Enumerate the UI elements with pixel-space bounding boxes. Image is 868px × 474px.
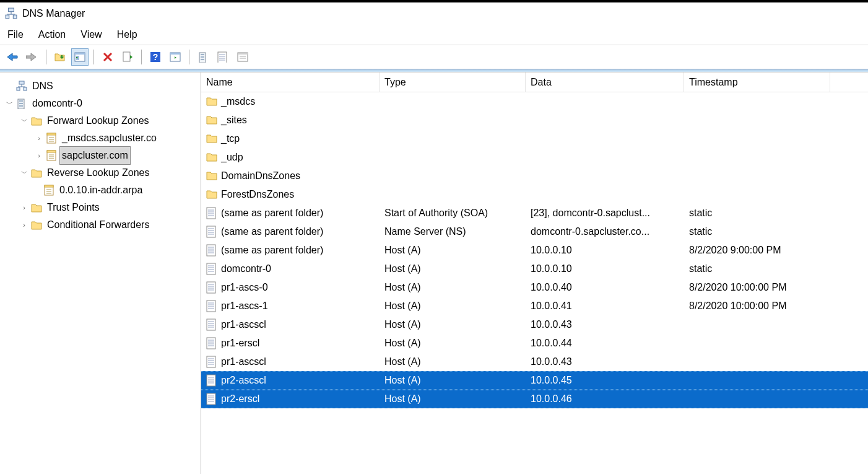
row-data: 10.0.0.44	[526, 338, 684, 349]
list-pane[interactable]: Name Type Data Timestamp _msdcs _sites	[201, 72, 868, 474]
folder-icon	[206, 170, 217, 182]
row-type: Host (A)	[380, 301, 526, 312]
row-name: pr1-ascs-1	[221, 301, 268, 312]
folder-row[interactable]: _msdcs	[201, 92, 868, 111]
row-name: _tcp	[221, 133, 240, 144]
column-header-data[interactable]: Data	[526, 72, 684, 92]
up-button[interactable]	[51, 48, 69, 66]
tree-tp-label: Trust Points	[45, 198, 102, 217]
folder-icon	[206, 133, 217, 145]
zone-icon	[46, 133, 57, 144]
row-data: 10.0.0.43	[526, 356, 684, 367]
menu-view[interactable]: View	[80, 29, 102, 40]
tree-flz[interactable]: ﹀ Forward Lookup Zones	[5, 112, 198, 129]
tree-zone-msdcs-label: _msdcs.sapcluster.co	[59, 129, 159, 147]
svg-rect-26	[170, 53, 180, 55]
tree-server[interactable]: ﹀ domcontr-0	[5, 95, 198, 112]
new-record-button[interactable]	[214, 48, 232, 66]
menu-bar: File Action View Help	[0, 25, 868, 45]
folder-icon	[206, 114, 217, 126]
record-row[interactable]: pr1-ascs-0 Host (A) 10.0.0.40 8/2/2020 1…	[201, 278, 868, 297]
record-row[interactable]: (same as parent folder) Start of Authori…	[201, 204, 868, 222]
record-row[interactable]: domcontr-0 Host (A) 10.0.0.10 static	[201, 260, 868, 278]
record-row[interactable]: pr1-erscl Host (A) 10.0.0.44	[201, 334, 868, 353]
menu-action[interactable]: Action	[38, 29, 66, 40]
svg-rect-22	[123, 52, 130, 61]
record-row[interactable]: (same as parent folder) Name Server (NS)…	[201, 222, 868, 241]
column-header-type[interactable]: Type	[380, 72, 526, 92]
folder-icon	[206, 95, 217, 108]
menu-file[interactable]: File	[7, 29, 24, 40]
folder-row[interactable]: _tcp	[201, 129, 868, 148]
record-icon	[206, 318, 217, 331]
record-icon	[206, 393, 217, 405]
refresh-button[interactable]	[119, 48, 136, 66]
folder-row[interactable]: ForestDnsZones	[201, 185, 868, 204]
server-icon	[16, 98, 27, 109]
row-type: Host (A)	[380, 319, 526, 330]
folder-icon	[31, 167, 42, 178]
row-timestamp: 8/2/2020 10:00:00 PM	[684, 301, 830, 312]
row-type: Host (A)	[380, 245, 526, 256]
row-name: (same as parent folder)	[221, 245, 323, 256]
record-icon	[206, 207, 217, 219]
svg-rect-20	[75, 53, 85, 55]
tree-trust-points[interactable]: › Trust Points	[5, 199, 198, 216]
row-name: pr2-erscl	[221, 393, 259, 405]
row-name: domcontr-0	[221, 263, 271, 274]
row-timestamp: 8/2/2020 10:00:00 PM	[684, 282, 830, 293]
back-button[interactable]	[4, 48, 21, 66]
record-row[interactable]: pr2-ascscl Host (A) 10.0.0.45	[201, 371, 868, 390]
row-data: 10.0.0.10	[526, 263, 684, 274]
row-data: 10.0.0.40	[526, 282, 684, 293]
tree-rlz[interactable]: ﹀ Reverse Lookup Zones	[5, 164, 198, 182]
tree-zone-sapcluster[interactable]: › sapcluster.com	[5, 147, 198, 164]
column-header-timestamp[interactable]: Timestamp	[684, 72, 830, 92]
delete-button[interactable]	[99, 48, 116, 66]
help-button[interactable]: ?	[147, 48, 164, 66]
forward-button[interactable]	[24, 48, 41, 66]
column-header-name[interactable]: Name	[201, 72, 380, 92]
tree-rlz-zone[interactable]: 0.0.10.in-addr.arpa	[5, 182, 198, 199]
records-list: _msdcs _sites _tcp _udp	[201, 92, 868, 408]
row-data: 10.0.0.10	[526, 245, 684, 256]
new-zone-button[interactable]	[234, 48, 251, 66]
row-name: ForestDnsZones	[221, 189, 294, 200]
record-row[interactable]: (same as parent folder) Host (A) 10.0.0.…	[201, 241, 868, 260]
record-row[interactable]: pr1-ascs-1 Host (A) 10.0.0.41 8/2/2020 1…	[201, 297, 868, 315]
new-server-button[interactable]	[194, 48, 212, 66]
row-type: Start of Authority (SOA)	[380, 208, 526, 219]
folder-row[interactable]: _sites	[201, 111, 868, 129]
record-icon	[206, 374, 217, 387]
row-type: Host (A)	[380, 356, 526, 367]
folder-icon	[31, 219, 42, 230]
record-icon	[206, 337, 217, 349]
tree-server-label: domcontr-0	[30, 94, 85, 113]
record-row[interactable]: pr1-ascscl Host (A) 10.0.0.43	[201, 315, 868, 334]
properties-button[interactable]	[167, 48, 184, 66]
title-bar: DNS Manager	[0, 2, 868, 25]
folder-icon	[206, 188, 217, 201]
tree-conditional-forwarders[interactable]: › Conditional Forwarders	[5, 216, 198, 234]
folder-icon	[206, 151, 217, 164]
tree-root-dns[interactable]: DNS	[5, 77, 198, 95]
folder-row[interactable]: _udp	[201, 148, 868, 167]
svg-rect-28	[238, 53, 248, 55]
tree-pane[interactable]: DNS ﹀ domcontr-0 ﹀ Forward Lookup Zones …	[0, 72, 201, 474]
row-type: Host (A)	[380, 375, 526, 386]
tree-rlz-label: Reverse Lookup Zones	[45, 164, 152, 182]
tree-root-label: DNS	[30, 77, 56, 95]
row-name: DomainDnsZones	[221, 170, 300, 182]
show-hide-tree-button[interactable]	[71, 48, 89, 66]
record-row[interactable]: pr1-ascscl Host (A) 10.0.0.43	[201, 353, 868, 371]
row-type: Name Server (NS)	[380, 226, 526, 237]
row-data: 10.0.0.41	[526, 301, 684, 312]
folder-row[interactable]: DomainDnsZones	[201, 167, 868, 185]
tree-zone-msdcs[interactable]: › _msdcs.sapcluster.co	[5, 129, 198, 147]
record-icon	[206, 244, 217, 257]
row-timestamp: static	[684, 208, 830, 219]
record-row[interactable]: pr2-erscl Host (A) 10.0.0.46	[201, 390, 868, 408]
row-data: domcontr-0.sapcluster.co...	[526, 226, 684, 237]
row-timestamp: static	[684, 263, 830, 274]
menu-help[interactable]: Help	[117, 29, 137, 40]
